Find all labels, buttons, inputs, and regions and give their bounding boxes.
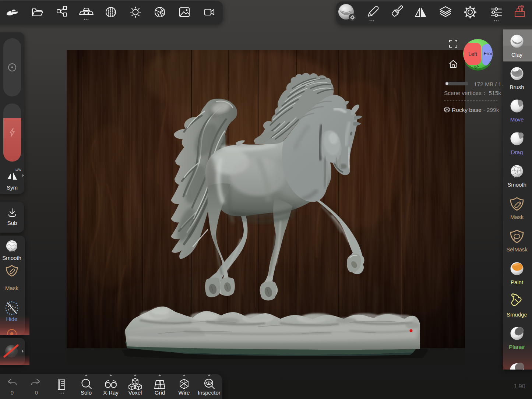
svg-text:L/W: L/W [15,168,22,172]
svg-text:Left: Left [468,51,477,57]
svg-text:0: 0 [11,389,14,396]
svg-text:Solo: Solo [81,389,92,396]
svg-text:Sub: Sub [7,220,17,226]
svg-text:Inspector: Inspector [198,389,221,396]
svg-text:Mask: Mask [5,285,18,291]
svg-text:Voxel: Voxel [128,389,142,396]
svg-text:Wire: Wire [179,389,190,396]
svg-text:Sym: Sym [7,184,18,191]
svg-text:Fron: Fron [484,51,494,56]
svg-text:Smooth: Smooth [2,255,21,261]
svg-text:X-Ray: X-Ray [103,389,119,396]
svg-text:Grid: Grid [155,389,165,396]
svg-text:0: 0 [35,389,38,396]
